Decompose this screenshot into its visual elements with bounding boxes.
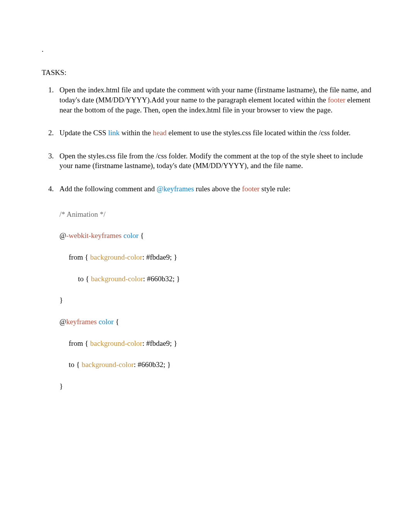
text: (MM/DD/YYYY).Add your name to the paragr… — [94, 96, 328, 104]
text: style rule: — [259, 185, 290, 193]
task-item-3: Open the styles.css file from the /css f… — [56, 151, 371, 171]
code-line: } — [59, 381, 371, 391]
text: file from the — [115, 152, 156, 160]
code-text: } — [59, 296, 63, 304]
link-keyword: link — [108, 129, 120, 137]
text: Add the following comment and — [59, 185, 157, 193]
lead-dot: . — [42, 44, 371, 54]
code-atkeyword: -webkit-keyframes — [66, 231, 122, 240]
code-text: : #fbdae9; } — [142, 339, 177, 347]
tasks-list: Open the index.html file and update the … — [56, 85, 371, 391]
code-line: to { background-color: #660b32; } — [59, 360, 371, 370]
text: (firstname lastname), — [91, 161, 157, 170]
task-item-2: Update the CSS link within the head elem… — [56, 128, 371, 138]
tasks-heading: TASKS: — [42, 68, 371, 78]
keyframes-keyword: @keyframes — [157, 185, 194, 193]
filename-token: file name — [330, 86, 357, 94]
code-block: /* Animation */ @-webkit-keyframes color… — [59, 209, 371, 391]
code-text: } — [59, 382, 63, 390]
code-text: to { — [69, 360, 81, 369]
date-token: today's date — [157, 161, 191, 170]
code-line: @-webkit-keyframes color { — [59, 231, 371, 241]
folder-token: /css — [156, 152, 167, 160]
text: file located within the — [251, 129, 319, 137]
code-ident: color — [124, 231, 139, 240]
text: (firstname lastname), the — [253, 86, 330, 94]
text: Update the CSS — [59, 129, 108, 137]
task-item-1: Open the index.html file and update the … — [56, 85, 371, 115]
date-token: today's date — [59, 96, 94, 104]
filename-token: styles.css — [224, 129, 251, 137]
code-comment: /* Animation */ — [59, 210, 105, 218]
code-text: from { — [69, 339, 90, 347]
task-item-4: Add the following comment and @keyframes… — [56, 184, 371, 391]
filename-token: index.html — [189, 106, 221, 114]
code-text: { — [139, 231, 144, 240]
code-atkeyword: keyframes — [66, 318, 97, 326]
text: file in your browser to view the page. — [221, 106, 333, 114]
code-line: from { background-color: #fbdae9; } — [59, 252, 371, 262]
text: Open the — [59, 86, 88, 94]
code-property: background-color — [81, 360, 134, 369]
text: rules above the — [194, 185, 242, 193]
code-text: to { — [78, 275, 91, 283]
filename-token: index.html — [88, 86, 120, 94]
text: folder. — [330, 129, 351, 137]
code-property: background-color — [90, 339, 142, 347]
yourname-token: your name — [59, 161, 91, 170]
text: , and — [357, 86, 371, 94]
code-line: } — [59, 295, 371, 305]
code-text: { — [114, 318, 119, 326]
folder-token: /css — [319, 129, 330, 137]
code-line: /* Animation */ — [59, 209, 371, 219]
code-property: background-color — [91, 275, 143, 283]
code-text: from { — [69, 253, 90, 261]
footer-keyword: footer — [328, 96, 345, 104]
document-page: . TASKS: Open the index.html file and up… — [0, 0, 410, 532]
text: folder. Modify the comment at the top of… — [167, 152, 363, 160]
code-text: : #660b32; } — [134, 360, 171, 369]
text: (MM/DD/YYYY), and the — [191, 161, 274, 170]
code-text: : #660b32; } — [143, 275, 180, 283]
code-line: to { background-color: #660b32; } — [59, 274, 371, 284]
code-line: @keyframes color { — [59, 317, 371, 327]
head-keyword: head — [153, 129, 167, 137]
text: within the — [120, 129, 153, 137]
text: . — [301, 161, 303, 170]
filename-token: file name — [274, 161, 301, 170]
text: Open the — [59, 152, 88, 160]
code-ident: color — [98, 318, 114, 326]
code-line: from { background-color: #fbdae9; } — [59, 338, 371, 348]
text: element to use the — [167, 129, 224, 137]
footer-keyword: footer — [242, 185, 259, 193]
code-property: background-color — [90, 253, 142, 261]
text: file and update the comment with — [120, 86, 222, 94]
code-text: @ — [59, 318, 66, 326]
code-text: : #fbdae9; } — [142, 253, 177, 261]
code-text: @ — [59, 231, 66, 240]
yourname-token: your name — [222, 86, 253, 94]
filename-token: styles.css — [88, 152, 115, 160]
